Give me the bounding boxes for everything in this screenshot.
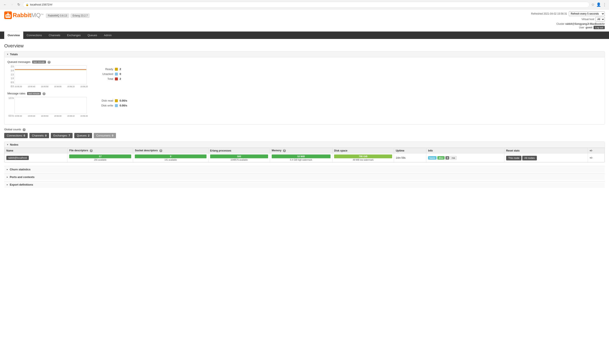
node-name-cell: rabbit@localhost	[5, 154, 67, 162]
rates-help-icon[interactable]: ?	[42, 92, 45, 95]
vhost-select[interactable]: All /	[596, 17, 605, 22]
ports-header[interactable]: ► Ports and contexts	[4, 173, 605, 180]
legend-ready: Ready 2	[96, 67, 121, 71]
export-triangle: ►	[6, 183, 9, 186]
legend-disk-write: Disk write 0.00/s	[96, 104, 127, 107]
chart1-x-labels: 15:55:30 15:55:40 15:55:50 15:56:00 15:5…	[15, 86, 88, 88]
legend-disk-read-label: Disk read	[96, 99, 113, 102]
info-badge-basic[interactable]: basic	[428, 156, 437, 160]
nodes-table: Name File descriptors ? Socket descripto…	[4, 148, 605, 162]
nav-overview[interactable]: Overview	[4, 32, 23, 39]
churn-header[interactable]: ► Churn statistics	[4, 166, 605, 173]
nav-exchanges[interactable]: Exchanges	[64, 32, 84, 39]
logo-area: RabbitMQTM RabbitMQ 3.8.13 Erlang 23.2.7	[4, 12, 90, 19]
legend-disk-write-value: 0.00/s	[119, 104, 127, 107]
file-desc-sub: 256 available	[69, 159, 131, 161]
export-header[interactable]: ► Export definitions	[4, 181, 605, 188]
socket-desc-cell: 0 141 available	[133, 154, 208, 162]
col-uptime: Uptime	[394, 148, 426, 154]
exchanges-badge[interactable]: Exchanges: 7	[51, 133, 73, 138]
col-erlang-proc: Erlang processes	[208, 148, 270, 154]
col-name: Name	[5, 148, 67, 154]
queued-help-icon[interactable]: ?	[48, 61, 51, 64]
memory-value: 53 MiB	[297, 155, 305, 158]
erlang-proc-cell: 500 1048576 available	[208, 154, 270, 162]
info-badge-rss[interactable]: rss	[450, 156, 457, 160]
erlang-proc-bar: 500	[210, 155, 268, 158]
totals-section-body: Queued messages last minute ? 2.5 2.0 1.…	[4, 57, 605, 124]
logout-button[interactable]: Log out	[594, 26, 605, 29]
cluster-row: Cluster rabbit@SongyangJi-MacBookAir	[531, 22, 605, 26]
rates-filter-badge[interactable]: last minute	[27, 92, 41, 95]
forward-button[interactable]: →	[9, 2, 14, 7]
nodes-section: ▼ Nodes Name File descriptors ? Socket d…	[4, 142, 605, 163]
browser-bar: ← → ↻ 🔒 localhost:15672/#/ ☆ 👤 ⋮	[0, 0, 609, 9]
reload-button[interactable]: ↻	[16, 2, 21, 7]
connections-badge[interactable]: Connections: 0	[4, 133, 28, 138]
legend-total-label: Total	[96, 77, 113, 80]
socket-desc-bar: 0	[135, 155, 206, 158]
totals-section-header[interactable]: ▼ Totals	[4, 52, 605, 57]
chart2-svg	[15, 97, 88, 115]
main-content: Overview ▼ Totals Queued messages last m…	[0, 39, 609, 193]
queued-filter-badge[interactable]: last minute	[32, 61, 46, 64]
ports-triangle: ►	[6, 176, 9, 178]
node-name-badge: rabbit@localhost	[6, 156, 29, 160]
legend-disk-read-value: 0.00/s	[119, 99, 127, 102]
info-badge-disc[interactable]: disc	[437, 156, 445, 160]
legend-ready-label: Ready	[96, 67, 113, 71]
nav-connections[interactable]: Connections	[23, 32, 45, 39]
legend-disk-write-color	[115, 104, 118, 107]
profile-icon[interactable]: 👤	[596, 2, 601, 7]
consumers-badge: Consumers: 0	[94, 133, 116, 138]
nodes-section-header[interactable]: ▼ Nodes	[4, 142, 605, 148]
col-file-desc: File descriptors ?	[67, 148, 133, 154]
back-button[interactable]: ←	[2, 2, 8, 7]
user-row: User guest Log out	[531, 26, 605, 29]
legend-disk-write-label: Disk write	[96, 104, 113, 107]
nodes-title: Nodes	[10, 143, 18, 146]
this-node-button[interactable]: This node	[506, 156, 522, 160]
lock-icon: 🔒	[26, 3, 29, 6]
message-rates-area: Message rates last minute ? 1.0 /s 0.0 /…	[7, 92, 602, 117]
nav-queues[interactable]: Queues	[84, 32, 101, 39]
refresh-select[interactable]: Refresh every 5 seconds Refresh every 10…	[569, 12, 605, 16]
nav-channels[interactable]: Channels	[45, 32, 64, 39]
channels-badge[interactable]: Channels: 0	[29, 133, 49, 138]
nodes-section-body: Name File descriptors ? Socket descripto…	[4, 148, 605, 162]
queued-chart: 2.5 2.0 1.5 1.0 0.5 0.0	[7, 65, 88, 88]
bookmark-icon[interactable]: ☆	[591, 2, 595, 7]
reset-cell: This node All nodes	[504, 154, 588, 162]
svg-rect-4	[9, 15, 10, 16]
col-plusminus: +/-	[588, 148, 604, 154]
version-badges: RabbitMQ 3.8.13 Erlang 23.2.7	[46, 13, 90, 18]
logo: RabbitMQTM	[4, 12, 43, 19]
header-right: Refreshed 2021-04-02 15:56:31 Refresh ev…	[531, 12, 605, 29]
nav-admin[interactable]: Admin	[101, 32, 115, 39]
churn-title: Churn statistics	[10, 168, 30, 171]
rabbitmq-logo-icon	[4, 12, 12, 19]
all-nodes-button[interactable]: All nodes	[522, 156, 537, 160]
logo-mq: MQ	[31, 12, 41, 18]
memory-sub: 6.4 GiB high watermark	[272, 159, 331, 161]
legend-total: Total 2	[96, 77, 121, 80]
vhost-label: Virtual host	[582, 18, 594, 21]
info-badge-4: 4	[445, 156, 449, 160]
file-desc-cell: 57 256 available	[67, 154, 133, 162]
address-bar[interactable]: 🔒 localhost:15672/#/	[23, 2, 590, 8]
browser-actions: ☆ 👤 ⋮	[591, 2, 607, 7]
plusminus-control[interactable]: +/-	[590, 156, 593, 159]
chart2-y-labels: 1.0 /s 0.0 /s	[7, 97, 14, 117]
global-counts-help[interactable]: ?	[23, 128, 26, 131]
disk-bar: 795 GiB	[334, 155, 392, 158]
queues-badge[interactable]: Queues: 2	[74, 133, 92, 138]
totals-triangle: ▼	[7, 53, 9, 55]
file-desc-value: 57	[99, 155, 102, 158]
churn-triangle: ►	[6, 168, 9, 170]
queued-legend: Ready 2 Unacked 0 Total 2	[96, 65, 121, 80]
queued-messages-area: Queued messages last minute ? 2.5 2.0 1.…	[7, 60, 602, 88]
erlang-version: Erlang 23.2.7	[71, 13, 90, 18]
menu-icon[interactable]: ⋮	[603, 2, 607, 7]
disk-cell: 795 GiB 48 MiB low watermark	[332, 154, 394, 162]
uptime-value: 14m 59s	[396, 156, 405, 159]
